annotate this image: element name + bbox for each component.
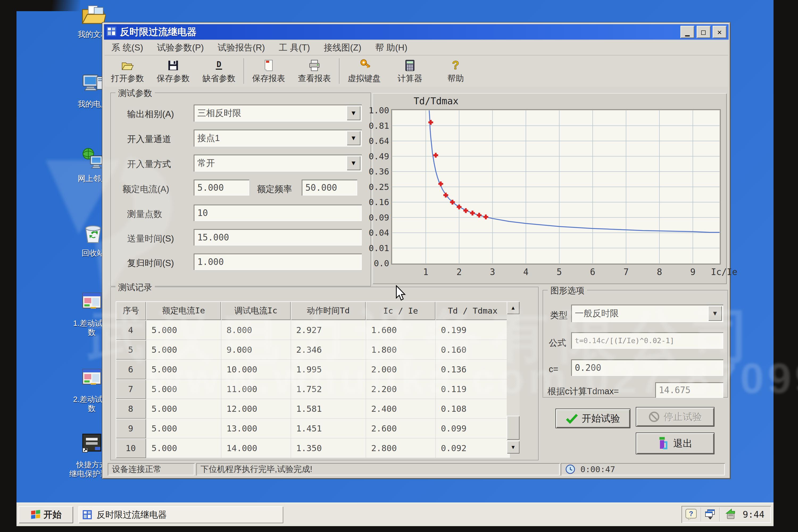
scroll-thumb[interactable] <box>507 416 519 440</box>
toolbar-label: 打开参数 <box>111 73 144 84</box>
reset-time-label: 复归时间(S) <box>127 257 174 269</box>
toolbar-virtual-keyboard-button[interactable]: 虚拟键盘 <box>341 57 387 86</box>
table-row[interactable]: 65.00010.0001.9952.0000.136 <box>116 360 510 379</box>
chevron-down-icon[interactable]: ▼ <box>347 156 360 170</box>
table-row[interactable]: 45.0008.0002.9271.6000.199 <box>116 320 510 340</box>
my-computer-icon <box>80 71 106 97</box>
menu-item-2[interactable]: 试验报告(R) <box>211 41 272 55</box>
network-places-icon <box>80 146 106 171</box>
data-cell: 1.451 <box>291 419 366 438</box>
data-cell: 14.000 <box>221 438 291 458</box>
status-elapsed: 0:00:47 <box>561 463 725 475</box>
svg-text:0.25: 0.25 <box>369 182 389 192</box>
input-mode-value: 常开 <box>197 157 215 169</box>
chevron-down-icon[interactable]: ▼ <box>347 131 360 145</box>
svg-text:3: 3 <box>490 267 495 277</box>
toolbar-default-params-button[interactable]: D缺省参数 <box>196 57 242 86</box>
rated-current-input[interactable]: 5.000 <box>194 179 249 195</box>
output-phase-label: 输出相别(A) <box>127 108 174 120</box>
data-cell: 5.000 <box>146 438 221 458</box>
table-row[interactable]: 75.00011.0001.7522.2000.119 <box>116 379 510 399</box>
curve-type-select[interactable]: 一般反时限 ▼ <box>571 305 723 322</box>
start-button[interactable]: 开始 <box>19 506 73 523</box>
stop-test-label: 停止试验 <box>664 411 702 423</box>
table-scrollbar[interactable]: ▲ ▼ <box>507 301 519 454</box>
chevron-down-icon[interactable]: ▼ <box>708 306 722 321</box>
safely-remove-icon[interactable] <box>723 508 736 521</box>
column-header-2[interactable]: 调试电流Ic <box>221 301 291 320</box>
table-row[interactable]: 55.0009.0002.3461.8000.160 <box>116 340 510 360</box>
tdmax-value: 14.675 <box>659 385 690 395</box>
toolbar-separator <box>339 58 340 84</box>
rated-freq-input[interactable]: 50.000 <box>302 179 357 195</box>
table-row[interactable]: 95.00013.0001.4512.6000.099 <box>116 419 510 438</box>
svg-text:6: 6 <box>590 267 595 277</box>
taskbar-task-button[interactable]: 反时限过流继电器 <box>78 506 283 523</box>
toolbar-open-folder-button[interactable]: 打开参数 <box>104 57 150 86</box>
start-test-label: 开始试验 <box>582 412 620 425</box>
c-value: 0.200 <box>575 363 601 373</box>
table-row[interactable]: 85.00012.0001.5812.4000.108 <box>116 399 510 419</box>
my-documents-icon <box>80 2 106 27</box>
input-channel-select[interactable]: 接点1 ▼ <box>194 130 362 147</box>
exit-button[interactable]: 退出 <box>636 433 714 454</box>
toolbar-label: 缺省参数 <box>203 73 235 84</box>
row-number-cell: 5 <box>116 340 146 360</box>
restore-windows-icon[interactable] <box>705 509 716 520</box>
toolbar-calculator-button[interactable]: 计算器 <box>387 57 433 86</box>
data-cell: 5.000 <box>146 399 221 419</box>
menu-item-5[interactable]: 帮 助(H) <box>368 41 414 55</box>
save-icon <box>167 58 179 72</box>
input-mode-select[interactable]: 常开 ▼ <box>194 155 362 172</box>
menu-item-4[interactable]: 接线图(Z) <box>317 41 368 55</box>
reset-time-value: 1.000 <box>197 257 224 267</box>
svg-text:D: D <box>216 60 221 69</box>
menu-item-1[interactable]: 试验参数(P) <box>150 41 211 55</box>
menu-item-3[interactable]: 工 具(T) <box>272 41 317 55</box>
measure-points-input[interactable]: 10 <box>194 205 362 221</box>
chevron-down-icon[interactable]: ▼ <box>347 106 360 120</box>
tdmax-input[interactable]: 14.675 <box>655 382 723 398</box>
minimize-button[interactable]: ▁ <box>680 26 694 38</box>
data-cell: 10.000 <box>221 360 291 379</box>
svg-text:0.16: 0.16 <box>369 197 389 207</box>
toolbar-view-report-button[interactable]: 查看报表 <box>291 57 337 86</box>
scroll-down-icon[interactable]: ▼ <box>507 441 519 454</box>
c-input[interactable]: 0.200 <box>571 359 723 376</box>
column-header-1[interactable]: 额定电流Ie <box>146 301 221 320</box>
svg-text:2: 2 <box>456 267 462 277</box>
tray-divider <box>701 508 701 521</box>
rated-freq-value: 50.000 <box>305 183 337 193</box>
data-cell: 0.199 <box>435 320 510 340</box>
maximize-button[interactable]: □ <box>697 26 710 38</box>
formula-input[interactable]: t=0.14c/[(I/Ie)^0.02-1] <box>571 332 723 349</box>
tdmax-label: 根据c计算Tdmax= <box>547 385 619 397</box>
data-cell: 0.119 <box>435 379 510 399</box>
scroll-up-icon[interactable]: ▲ <box>507 301 519 314</box>
svg-text:9: 9 <box>690 267 696 277</box>
start-test-button[interactable]: 开始试验 <box>556 409 630 428</box>
data-cell: 2.927 <box>291 320 366 340</box>
menu-item-0[interactable]: 系 统(S) <box>104 41 150 55</box>
open-folder-icon <box>121 58 134 72</box>
svg-text:0.36: 0.36 <box>369 167 389 177</box>
close-button[interactable]: ✕ <box>712 26 726 38</box>
calculator-icon <box>403 58 416 72</box>
output-phase-select[interactable]: 三相反时限 ▼ <box>194 104 362 121</box>
toolbar-save-button[interactable]: 保存参数 <box>150 57 196 86</box>
column-header-5[interactable]: Td / Tdmax <box>435 301 510 320</box>
column-header-3[interactable]: 动作时间Td <box>291 301 366 320</box>
task-app-icon <box>82 510 92 520</box>
reset-time-input[interactable]: 1.000 <box>194 253 362 270</box>
data-cell: 0.160 <box>435 340 510 360</box>
column-header-4[interactable]: Ic / Ie <box>366 301 435 320</box>
data-cell: 0.099 <box>435 419 510 438</box>
toolbar-save-report-button[interactable]: 保存报表 <box>246 57 291 86</box>
feed-time-input[interactable]: 15.000 <box>194 229 362 246</box>
table-row[interactable]: 105.00014.0001.3502.8000.092 <box>116 438 510 458</box>
help-bubble-icon[interactable]: ? <box>685 509 697 520</box>
toolbar-help-button[interactable]: ?帮助 <box>433 57 478 86</box>
column-header-0[interactable]: 序号 <box>116 301 146 320</box>
check-icon <box>566 413 578 424</box>
stop-test-button[interactable]: 停止试验 <box>636 407 714 426</box>
